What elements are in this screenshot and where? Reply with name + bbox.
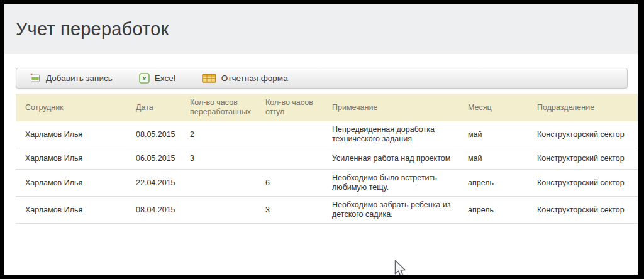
cell-timeoff_hours: 3 xyxy=(265,197,332,224)
cell-employee: Харламов Илья xyxy=(16,121,136,148)
cell-employee: Харламов Илья xyxy=(16,148,136,170)
page-header: Учет переработок xyxy=(4,4,638,54)
column-header-note: Примечание xyxy=(332,94,468,121)
column-header-date: Дата xyxy=(136,94,190,121)
svg-text:x: x xyxy=(142,74,147,82)
cell-month: апрель xyxy=(468,170,537,197)
report-form-icon xyxy=(202,74,216,83)
cell-date: 08.05.2015 xyxy=(136,121,190,148)
cell-note: Необходимо забрать ребенка из детского с… xyxy=(332,197,468,224)
add-record-button[interactable]: Добавить запись xyxy=(20,69,121,87)
table-row: Харламов Илья22.04.20156Необходимо было … xyxy=(16,170,638,197)
cell-date: 08.04.2015 xyxy=(136,197,190,224)
excel-button[interactable]: x Excel xyxy=(130,69,184,87)
mouse-cursor xyxy=(394,260,406,275)
cell-department: Конструкторский сектор xyxy=(537,170,638,197)
records-table: СотрудникДатаКол-во часов переработанных… xyxy=(16,94,638,224)
cell-month: май xyxy=(468,148,537,170)
table-row: Харламов Илья08.05.20152Непредвиденная д… xyxy=(16,121,638,148)
cell-overtime_hours xyxy=(190,170,265,197)
add-record-label: Добавить запись xyxy=(46,74,113,83)
toolbar: Добавить запись x Excel Отчетная форма xyxy=(16,68,628,89)
add-record-icon xyxy=(29,73,41,84)
cell-month: апрель xyxy=(468,197,537,224)
app-window: Учет переработок Добавить запись x Excel xyxy=(4,4,638,275)
cell-note: Необходимо было встретить любимую тещу. xyxy=(332,170,468,197)
column-header-employee: Сотрудник xyxy=(16,94,136,121)
cell-note: Непредвиденная доработка технического за… xyxy=(332,121,468,148)
table-header: СотрудникДатаКол-во часов переработанных… xyxy=(16,94,638,121)
cell-timeoff_hours xyxy=(265,148,332,170)
excel-icon: x xyxy=(139,73,150,84)
column-header-month: Месяц xyxy=(468,94,537,121)
cell-overtime_hours: 3 xyxy=(190,148,265,170)
cell-employee: Харламов Илья xyxy=(16,170,136,197)
cell-date: 06.05.2015 xyxy=(136,148,190,170)
cell-note: Усиленная работа над проектом xyxy=(332,148,468,170)
cell-employee: Харламов Илья xyxy=(16,197,136,224)
report-form-button[interactable]: Отчетная форма xyxy=(193,69,297,87)
column-header-overtime_hours: Кол-во часов переработанных xyxy=(190,94,265,121)
report-form-label: Отчетная форма xyxy=(221,74,288,83)
cell-overtime_hours: 2 xyxy=(190,121,265,148)
excel-label: Excel xyxy=(155,74,175,83)
cell-date: 22.04.2015 xyxy=(136,170,190,197)
page-title: Учет переработок xyxy=(16,19,169,40)
table-row: Харламов Илья06.05.20153Усиленная работа… xyxy=(16,148,638,170)
cell-department: Конструкторский сектор xyxy=(537,197,638,224)
cell-month: май xyxy=(468,121,537,148)
cell-timeoff_hours: 6 xyxy=(265,170,332,197)
column-header-department: Подразделение xyxy=(537,94,638,121)
cell-overtime_hours xyxy=(190,197,265,224)
cell-department: Конструкторский сектор xyxy=(537,121,638,148)
cell-timeoff_hours xyxy=(265,121,332,148)
cell-department: Конструкторский сектор xyxy=(537,148,638,170)
table-row: Харламов Илья08.04.20153Необходимо забра… xyxy=(16,197,638,224)
column-header-timeoff_hours: Кол-во часов отгул xyxy=(265,94,332,121)
